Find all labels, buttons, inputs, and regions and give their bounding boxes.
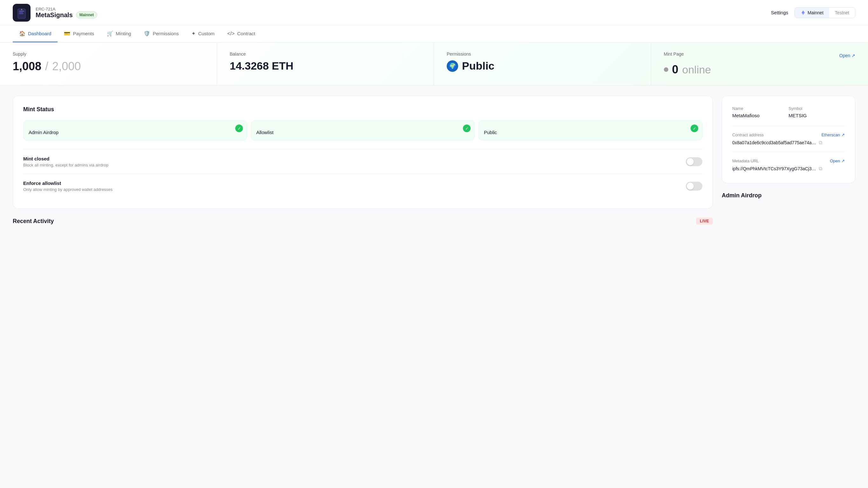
- permissions-label: Permissions: [447, 52, 638, 57]
- mint-page-value: 0 online: [664, 63, 856, 76]
- nav-item-custom[interactable]: ✦ Custom: [185, 25, 221, 42]
- nav-item-permissions[interactable]: 🛡️ Permissions: [137, 25, 185, 42]
- home-icon: 🏠: [19, 31, 25, 36]
- permissions-icon: 🛡️: [144, 31, 150, 36]
- nav-item-dashboard[interactable]: 🏠 Dashboard: [13, 25, 58, 42]
- mint-status-title: Mint Status: [23, 106, 702, 113]
- stage-admin-airdrop: ✓ Admin Airdrop: [23, 121, 247, 140]
- stage-name-admin-airdrop: Admin Airdrop: [29, 130, 242, 135]
- symbol-col: Symbol METSIG: [788, 106, 845, 118]
- balance-value: 14.3268 ETH: [230, 60, 421, 72]
- external-link-icon: ↗: [851, 53, 855, 58]
- divider-2: [732, 152, 845, 152]
- mint-status-stages: ✓ Admin Airdrop ✓ Allowlist ✓ Public: [23, 121, 702, 140]
- toggle-mint-closed-title: Mint closed: [23, 156, 108, 161]
- stage-check-icon-allowlist: ✓: [463, 125, 471, 132]
- toggle-enforce-allowlist: Enforce allowlist Only allow minting by …: [23, 174, 702, 198]
- stat-permissions: Permissions 🌍 Public: [434, 42, 651, 85]
- left-column: Mint Status ✓ Admin Airdrop ✓ Allowlist …: [13, 96, 713, 225]
- supply-separator: /: [45, 60, 48, 73]
- svg-point-5: [21, 9, 22, 10]
- mint-page-label: Mint Page: [664, 52, 684, 57]
- copy-metadata-icon[interactable]: ⧉: [819, 166, 822, 171]
- recent-activity-header: Recent Activity LIVE: [13, 218, 713, 225]
- contract-address-value: 0x8a07a1de6c9ccd3ab5af5ad775ae74a… ⧉: [732, 140, 845, 145]
- permissions-value: 🌍 Public: [447, 60, 638, 72]
- header-left: ERC-721A MetaSignals Mainnet: [13, 4, 97, 22]
- toggle-enforce-allowlist-info: Enforce allowlist Only allow minting by …: [23, 181, 113, 192]
- nav-item-minting[interactable]: 🛒 Minting: [100, 25, 137, 42]
- name-value: MetaMafioso: [732, 113, 788, 118]
- name-col: Name MetaMafioso: [732, 106, 788, 118]
- stat-supply: Supply 1,008 / 2,000: [0, 42, 217, 85]
- online-dot: [664, 67, 668, 72]
- mint-page-open-link[interactable]: Open ↗: [839, 53, 855, 58]
- toggle-mint-closed-info: Mint closed Block all minting, except fo…: [23, 156, 108, 167]
- supply-label: Supply: [13, 52, 204, 57]
- balance-label: Balance: [230, 52, 421, 57]
- name-symbol-row: Name MetaMafioso Symbol METSIG: [732, 106, 845, 118]
- toggle-enforce-allowlist-title: Enforce allowlist: [23, 181, 113, 186]
- toggle-enforce-allowlist-desc: Only allow minting by approved wallet ad…: [23, 187, 113, 192]
- external-link-icon-etherscan: ↗: [841, 132, 845, 137]
- name-label: Name: [732, 106, 788, 111]
- metadata-url-section: Metadata URL Open ↗ ipfs://QmPhkMVtcTCs3…: [732, 159, 845, 171]
- copy-address-icon[interactable]: ⧉: [819, 140, 822, 145]
- stats-bar: Supply 1,008 / 2,000 Balance 14.3268 ETH…: [0, 42, 868, 86]
- stage-allowlist: ✓ Allowlist: [251, 121, 475, 140]
- divider-1: [732, 126, 845, 126]
- contract-address-header: Contract address Etherscan ↗: [732, 132, 845, 137]
- contract-info-card: Name MetaMafioso Symbol METSIG Contract …: [722, 96, 855, 183]
- header: ERC-721A MetaSignals Mainnet Settings Ma…: [0, 0, 868, 25]
- settings-link[interactable]: Settings: [771, 10, 788, 15]
- app-type: ERC-721A: [36, 7, 97, 11]
- mainnet-button[interactable]: Mainnet: [795, 8, 829, 18]
- supply-minted: 1,008: [13, 60, 41, 73]
- app-info: ERC-721A MetaSignals Mainnet: [36, 7, 97, 19]
- symbol-label: Symbol: [788, 106, 845, 111]
- payments-icon: 💳: [64, 31, 70, 36]
- app-logo: [13, 4, 31, 22]
- admin-airdrop-section: Admin Airdrop: [722, 192, 855, 199]
- header-right: Settings Mainnet Testnet: [771, 7, 855, 18]
- nav-item-payments[interactable]: 💳 Payments: [58, 25, 100, 42]
- external-link-icon-metadata: ↗: [841, 159, 845, 163]
- metadata-url-header: Metadata URL Open ↗: [732, 159, 845, 163]
- testnet-button[interactable]: Testnet: [829, 8, 855, 18]
- live-badge: LIVE: [696, 218, 713, 225]
- mint-status-card: Mint Status ✓ Admin Airdrop ✓ Allowlist …: [13, 96, 713, 209]
- stage-public: ✓ Public: [478, 121, 702, 140]
- supply-total: 2,000: [52, 60, 81, 73]
- contract-icon: </>: [227, 31, 235, 36]
- ethereum-icon: [801, 10, 806, 15]
- svg-rect-3: [19, 12, 23, 13]
- online-label: online: [682, 64, 711, 76]
- right-column: Name MetaMafioso Symbol METSIG Contract …: [722, 96, 855, 225]
- etherscan-link[interactable]: Etherscan ↗: [821, 132, 845, 137]
- toggle-mint-closed: Mint closed Block all minting, except fo…: [23, 149, 702, 174]
- metadata-url-value: ipfs://QmPhkMVtcTCs3Y97XygG73aCj3… ⧉: [732, 166, 845, 171]
- stage-name-public: Public: [484, 130, 697, 135]
- nav: 🏠 Dashboard 💳 Payments 🛒 Minting 🛡️ Perm…: [0, 25, 868, 42]
- main-content: Mint Status ✓ Admin Airdrop ✓ Allowlist …: [0, 86, 868, 235]
- admin-airdrop-title: Admin Airdrop: [722, 192, 855, 199]
- svg-rect-4: [19, 13, 24, 14]
- toggle-mint-closed-desc: Block all minting, except for admins via…: [23, 163, 108, 167]
- stat-mint-page: Mint Page Open ↗ 0 online: [651, 42, 868, 85]
- toggle-enforce-allowlist-switch[interactable]: [686, 182, 702, 191]
- toggle-mint-closed-switch[interactable]: [686, 157, 702, 166]
- stage-name-allowlist: Allowlist: [256, 130, 469, 135]
- app-name: MetaSignals: [36, 11, 73, 19]
- contract-address-section: Contract address Etherscan ↗ 0x8a07a1de6…: [732, 132, 845, 145]
- custom-icon: ✦: [191, 31, 195, 36]
- stage-check-icon: ✓: [235, 125, 243, 132]
- metadata-open-link[interactable]: Open ↗: [830, 159, 845, 163]
- symbol-value: METSIG: [788, 113, 845, 118]
- network-badge: Mainnet: [76, 11, 97, 19]
- nav-item-contract[interactable]: </> Contract: [221, 26, 262, 42]
- contract-address-label: Contract address: [732, 132, 764, 137]
- minting-icon: 🛒: [107, 31, 113, 36]
- network-toggle: Mainnet Testnet: [795, 7, 855, 18]
- svg-rect-2: [19, 11, 24, 11]
- recent-activity-section: Recent Activity LIVE: [13, 218, 713, 225]
